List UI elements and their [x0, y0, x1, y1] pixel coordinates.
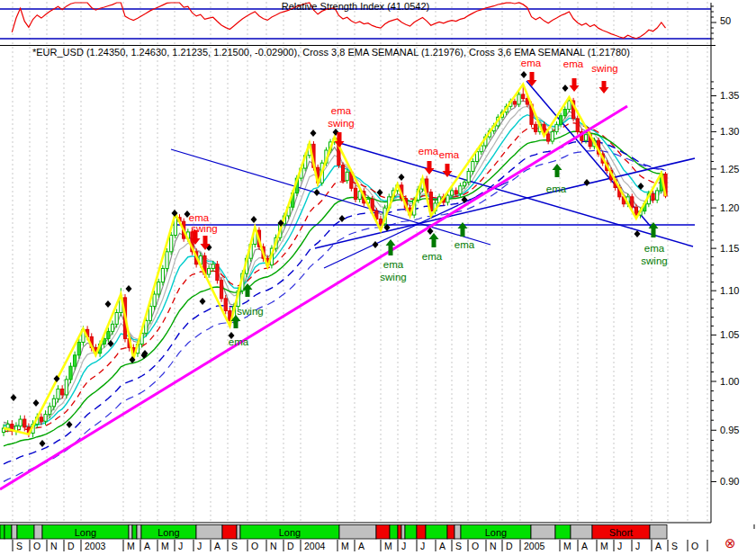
month-label: J [617, 541, 622, 551]
month-label: J [635, 541, 640, 551]
candle [513, 102, 516, 104]
candle [522, 94, 525, 99]
price-axis-label: 0.90 [720, 476, 739, 487]
swing-diamond-icon [638, 183, 644, 190]
ribbon-segment [196, 525, 222, 540]
candle [158, 282, 160, 294]
swing-diamond-icon [251, 216, 257, 223]
ribbon-segment [34, 525, 42, 540]
month-label: N [270, 541, 277, 551]
swing-diamond-icon [310, 130, 317, 137]
month-label: S [16, 541, 22, 551]
swing-diamond-icon [562, 85, 569, 92]
candle [57, 389, 59, 398]
swing-diamond-icon [126, 285, 132, 292]
ribbon-segment [398, 525, 401, 540]
ribbon-state-label: Long [158, 527, 179, 538]
candle [584, 135, 587, 141]
ema-swing-label: ema [454, 239, 475, 250]
candle [111, 324, 113, 331]
month-label: M [127, 541, 135, 551]
ribbon-segment [17, 525, 34, 540]
candle [535, 124, 537, 131]
ema-swing-label: swing [380, 272, 406, 282]
month-label: J [197, 541, 202, 551]
candle [19, 419, 22, 426]
month-label: A [214, 541, 220, 551]
sell-arrow-icon [599, 81, 609, 94]
candle [61, 389, 64, 394]
ribbon-segment [339, 525, 376, 540]
candle [341, 166, 344, 181]
month-label: J [401, 541, 406, 551]
swing-diamond-icon [314, 189, 320, 196]
month-label: N [50, 541, 58, 551]
ema-swing-label: ema [331, 105, 352, 116]
ribbon-segment [447, 525, 454, 540]
ema-swing-label: swing [237, 306, 263, 317]
candle [23, 419, 26, 427]
candle [74, 355, 76, 366]
candle [207, 268, 210, 274]
swing-diamond-icon [67, 421, 73, 428]
month-label: A [581, 541, 588, 551]
candle [656, 191, 659, 200]
candle [115, 312, 118, 324]
ribbon-segment [4, 525, 12, 540]
candle [450, 191, 453, 195]
candle [153, 294, 156, 307]
month-label: O [691, 541, 698, 551]
candle [44, 415, 47, 422]
ribbon-state-label: Short [609, 527, 633, 538]
candle [148, 307, 151, 321]
candle [224, 299, 227, 311]
candle [354, 188, 356, 199]
candle [472, 161, 474, 171]
ema-line [4, 115, 666, 427]
candle [463, 182, 465, 185]
ema-swing-label: ema [439, 149, 460, 160]
candle [379, 219, 382, 224]
swing-diamond-icon [11, 394, 17, 401]
ribbon-segment [531, 525, 555, 540]
ribbon-segment [426, 525, 447, 540]
ema-swing-label: ema [563, 58, 584, 69]
candle [568, 101, 571, 109]
candle [77, 342, 80, 354]
price-axis-label: 0.95 [720, 425, 739, 435]
month-label: O [472, 541, 479, 551]
month-label: M [341, 541, 349, 551]
price-axis: 0.900.951.001.051.101.151.201.251.301.35 [0, 46, 739, 524]
ribbon-segment [237, 525, 240, 540]
ema-swing-label: ema [383, 259, 404, 270]
candle [563, 109, 566, 115]
month-label: S [231, 541, 238, 551]
month-label: 2004 [304, 541, 326, 551]
swing-diamond-icon [33, 399, 40, 407]
ribbon-segment [454, 525, 461, 540]
ema-lines [4, 101, 666, 481]
ema-line [4, 106, 666, 426]
month-label: 2005 [524, 541, 545, 551]
rsi-axis-label: 50 [720, 15, 731, 26]
ribbon-state-label: Long [485, 527, 507, 538]
month-label: M [600, 541, 608, 551]
swing-diamond-icon [399, 174, 405, 181]
candle [65, 380, 68, 395]
candle [518, 94, 520, 104]
swing-diamond-icon [584, 179, 590, 186]
candle [52, 398, 55, 407]
expert-status-icon[interactable]: ⊗ [724, 536, 736, 550]
candle [560, 116, 562, 125]
month-label: S [671, 541, 678, 551]
ema-swing-label: ema [422, 251, 443, 262]
month-label: M [161, 541, 169, 551]
candle [551, 131, 554, 141]
candle [212, 264, 214, 269]
chart-canvas: 500.900.951.001.051.101.151.201.251.301.… [0, 0, 756, 555]
price-axis-label: 1.00 [720, 376, 739, 387]
candle [576, 119, 579, 132]
price-axis-label: 1.15 [720, 243, 739, 254]
month-label: A [358, 541, 364, 551]
month-label: A [439, 541, 446, 551]
